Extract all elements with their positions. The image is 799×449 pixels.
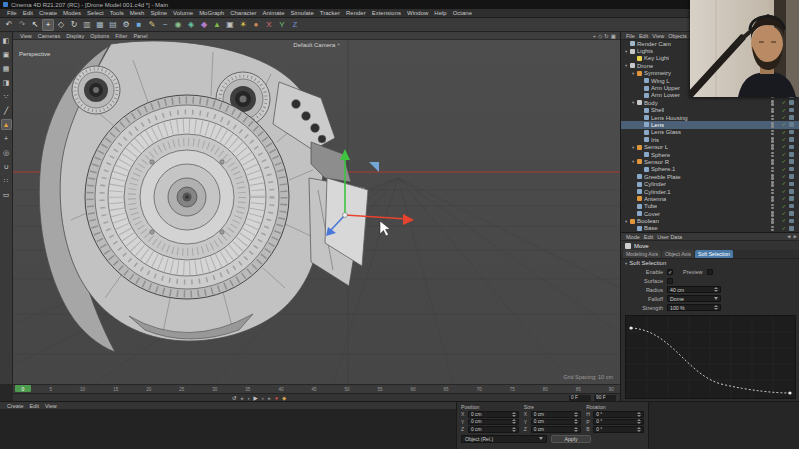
phong-tag-icon[interactable]: [789, 167, 794, 172]
object-name[interactable]: Tube: [644, 203, 657, 209]
menu-item[interactable]: Animate: [259, 10, 287, 16]
phong-tag-icon[interactable]: [789, 122, 794, 127]
menu-item[interactable]: Window: [404, 10, 431, 16]
object-name[interactable]: Arm Lower: [651, 92, 680, 98]
object-row[interactable]: Antenna ✓: [621, 195, 799, 202]
object-name[interactable]: Drone: [637, 63, 653, 69]
object-name[interactable]: Base: [644, 225, 658, 231]
menu-item[interactable]: Tools: [107, 10, 127, 16]
viewport-menu-item[interactable]: View: [17, 33, 35, 39]
enable-check-icon[interactable]: ✓: [782, 151, 786, 158]
view-name-label[interactable]: Perspective: [19, 51, 50, 57]
object-name[interactable]: Lens Housing: [651, 115, 688, 121]
object-row[interactable]: Lens ✓: [621, 121, 799, 128]
enable-check-icon[interactable]: ✓: [782, 180, 786, 187]
attribute-tab[interactable]: Modeling Axis: [623, 250, 661, 258]
visibility-dots[interactable]: [771, 115, 774, 121]
falloff-curve-graph[interactable]: [625, 315, 796, 399]
object-name[interactable]: Shell: [651, 107, 664, 113]
menu-item[interactable]: Create: [36, 10, 60, 16]
mograph-icon[interactable]: ◈: [185, 19, 197, 31]
start-frame-field[interactable]: 0 F: [569, 395, 591, 401]
menu-item[interactable]: Character: [227, 10, 259, 16]
enable-check-icon[interactable]: ✓: [782, 225, 786, 232]
visibility-dots[interactable]: [771, 181, 774, 187]
select-cursor-icon[interactable]: ↖: [29, 19, 41, 31]
planar-handle[interactable]: [369, 162, 379, 172]
attr-forward-icon[interactable]: ▶: [794, 234, 797, 239]
enable-check-icon[interactable]: ✓: [782, 107, 786, 114]
light-icon[interactable]: ☀: [237, 19, 249, 31]
menu-item[interactable]: Tracker: [317, 10, 343, 16]
strength-field[interactable]: 100 %: [667, 304, 721, 311]
menu-item[interactable]: Mesh: [127, 10, 148, 16]
phong-tag-icon[interactable]: [789, 182, 794, 187]
visibility-dots[interactable]: [771, 159, 774, 165]
object-row[interactable]: Cover ✓: [621, 210, 799, 217]
object-row[interactable]: Tube ✓: [621, 203, 799, 210]
object-name[interactable]: Cylinder.1: [644, 189, 671, 195]
object-name[interactable]: Cylinder: [644, 181, 666, 187]
enable-check-icon[interactable]: ✓: [782, 143, 786, 150]
object-row[interactable]: Cylinder ✓: [621, 180, 799, 187]
visibility-dots[interactable]: [771, 211, 774, 217]
visibility-dots[interactable]: [771, 166, 774, 172]
apply-button[interactable]: Apply: [551, 435, 591, 443]
object-row[interactable]: Cylinder.1 ✓: [621, 188, 799, 195]
menu-item[interactable]: MoGraph: [196, 10, 227, 16]
object-name[interactable]: Wing L: [651, 78, 670, 84]
object-name[interactable]: Sphere: [651, 152, 670, 158]
object-name[interactable]: Lens Glass: [651, 129, 681, 135]
spinner-icon[interactable]: [636, 426, 641, 432]
menu-item[interactable]: Render: [343, 10, 369, 16]
viewport-menu-item[interactable]: Options: [87, 33, 112, 39]
points-mode-icon[interactable]: ∵: [1, 91, 12, 102]
enable-check-icon[interactable]: ✓: [782, 136, 786, 143]
attribute-tab[interactable]: Soft Selection: [695, 250, 733, 258]
attribute-menu-item[interactable]: Mode: [624, 234, 642, 240]
render-settings-icon[interactable]: ⚙: [120, 19, 132, 31]
attr-back-icon[interactable]: ◀: [787, 234, 790, 239]
menu-item[interactable]: Extensions: [369, 10, 404, 16]
visibility-dots[interactable]: [771, 100, 774, 106]
object-name[interactable]: Key Light: [644, 55, 669, 61]
object-manager-menu-item[interactable]: Objects: [666, 33, 689, 39]
material-menu-item[interactable]: Create: [4, 403, 27, 409]
phong-tag-icon[interactable]: [789, 115, 794, 120]
material-menu-item[interactable]: Edit: [27, 403, 42, 409]
object-row[interactable]: Shell ✓: [621, 107, 799, 114]
phong-tag-icon[interactable]: [789, 145, 794, 150]
enable-check-icon[interactable]: ✓: [782, 203, 786, 210]
object-name[interactable]: Greeble Plate: [644, 174, 681, 180]
phong-tag-icon[interactable]: [789, 137, 794, 142]
enable-check-icon[interactable]: ✓: [782, 188, 786, 195]
object-name[interactable]: Symmetry: [644, 70, 671, 76]
coordinate-field[interactable]: 0 cm: [531, 419, 582, 426]
phong-tag-icon[interactable]: [789, 100, 794, 105]
spinner-icon[interactable]: [636, 411, 641, 417]
visibility-dots[interactable]: [771, 203, 774, 209]
object-name[interactable]: Render Cam: [637, 41, 671, 47]
object-row[interactable]: Iris ✓: [621, 136, 799, 143]
coordinate-field[interactable]: 0 cm: [531, 411, 582, 418]
preview-checkbox[interactable]: [707, 269, 713, 275]
enable-check-icon[interactable]: ✓: [782, 166, 786, 173]
toggle-view-icon[interactable]: ▣: [611, 32, 616, 40]
axis-z-lock-icon[interactable]: Z: [289, 19, 301, 31]
object-row[interactable]: ▾ Boolean ✓: [621, 217, 799, 224]
object-row[interactable]: Lens Glass ✓: [621, 129, 799, 136]
viewport-panel[interactable]: ViewCamerasDisplayOptionsFilterPanel +◇↻…: [13, 32, 620, 384]
visibility-dots[interactable]: [771, 144, 774, 150]
axis-x-lock-icon[interactable]: X: [263, 19, 275, 31]
viewport-menu-item[interactable]: Cameras: [35, 33, 63, 39]
spinner-icon[interactable]: [573, 411, 578, 417]
visibility-dots[interactable]: [771, 151, 774, 157]
phong-tag-icon[interactable]: [789, 108, 794, 113]
enable-check-icon[interactable]: ✓: [782, 121, 786, 128]
spinner-icon[interactable]: [511, 411, 516, 417]
object-manager-menu-item[interactable]: File: [624, 33, 637, 39]
object-row[interactable]: Lens Housing ✓: [621, 114, 799, 121]
coordinate-field[interactable]: 0 °: [593, 419, 644, 426]
end-frame-field[interactable]: 90 F: [594, 395, 616, 401]
object-row[interactable]: Sphere.1 ✓: [621, 166, 799, 173]
